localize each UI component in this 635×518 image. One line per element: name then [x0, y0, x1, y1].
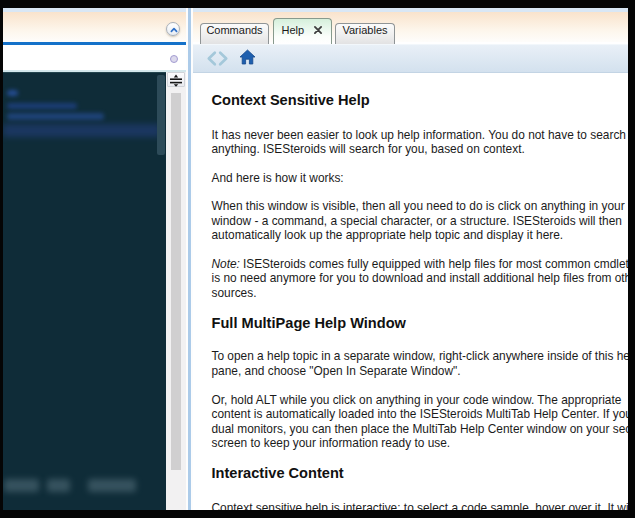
paragraph: When this window is visible, then all yo…: [212, 199, 629, 243]
note-text: ISESteroids comes fully equipped with he…: [243, 257, 628, 271]
pane-splitter[interactable]: [186, 8, 193, 510]
paragraph-line: To open a help topic in a separate windo…: [212, 349, 629, 364]
console-blurred-text: [7, 103, 77, 109]
heading-block: Context Sensitive Help: [212, 92, 629, 109]
paragraph: It has never been easier to look up help…: [212, 128, 629, 157]
note-paragraph: Note:ISESteroids comes fully equipped wi…: [212, 257, 629, 301]
paragraph-line: anything. ISESteroids will search for yo…: [212, 142, 629, 157]
console-blurred-text: [4, 479, 39, 492]
note-label: Note:: [212, 257, 240, 271]
help-toolbar: [193, 44, 628, 74]
paragraph: And here is how it works:: [212, 171, 629, 186]
addon-bar: [3, 45, 186, 71]
paragraph-line: automatically look up the appropriate he…: [212, 228, 629, 243]
paragraph-line: And here is how it works:: [212, 171, 629, 186]
ring-badge-icon[interactable]: [170, 55, 178, 63]
close-x-icon: [313, 25, 324, 36]
console-blurred-text: [3, 124, 161, 137]
left-scrollbar[interactable]: [166, 72, 186, 510]
help-content[interactable]: Context Sensitive Help It has never been…: [193, 73, 628, 510]
tab-close-button[interactable]: [313, 25, 324, 36]
paragraph-line: Note:ISESteroids comes fully equipped wi…: [212, 257, 629, 272]
paragraph-line: window - a command, a special character,…: [212, 214, 629, 229]
heading-block: Full MultiPage Help Window: [212, 315, 629, 332]
pane-splitter-line: [188, 8, 191, 510]
paragraph-line: sources.: [212, 286, 629, 301]
paragraph-line: When this window is visible, then all yo…: [212, 199, 629, 214]
paragraph-line: content is automatically loaded into the…: [212, 407, 629, 422]
paragraph: To open a help topic in a separate windo…: [212, 349, 629, 378]
tab-bar: Commands Help Variables: [193, 8, 628, 44]
tab-commands-label: Commands: [206, 24, 262, 36]
console-top-edge: [3, 72, 166, 73]
paragraph: Context sensitive help is interactive: t…: [212, 501, 629, 510]
section-heading: Full MultiPage Help Window: [212, 315, 629, 332]
paragraph-line: Or, hold ALT while you click on anything…: [212, 393, 629, 408]
tab-variables[interactable]: Variables: [335, 23, 395, 44]
tab-help[interactable]: Help: [273, 18, 332, 44]
home-button[interactable]: [239, 49, 256, 66]
left-scrollbar-thumb[interactable]: [171, 93, 181, 470]
tab-commands[interactable]: Commands: [200, 23, 269, 44]
console-blurred-text: [7, 113, 104, 120]
collapse-toolbar-button[interactable]: [166, 22, 180, 36]
paragraph-line: dual monitors, you can then place the Mu…: [212, 422, 629, 437]
help-pane: Commands Help Variables: [193, 8, 628, 510]
paragraph-line: It has never been easier to look up help…: [212, 128, 629, 143]
paragraph-line: screen to keep your information ready to…: [212, 436, 629, 451]
chevron-up-circle-icon: [168, 24, 180, 36]
console-blurred-text: [47, 479, 70, 492]
paragraph-line: pane, and choose "Open In Separate Windo…: [212, 364, 629, 379]
chevron-right-icon: [217, 50, 230, 67]
paragraph-line: is no need anymore for you to download a…: [212, 271, 629, 286]
section-heading: Context Sensitive Help: [212, 92, 629, 109]
tab-help-label: Help: [281, 24, 304, 36]
splitter-button[interactable]: [167, 72, 185, 87]
section-heading: Interactive Content: [212, 465, 629, 482]
horizontal-splitter-icon: [168, 74, 184, 87]
home-icon: [239, 49, 256, 66]
heading-block: Interactive Content: [212, 465, 629, 482]
forward-button[interactable]: [217, 50, 230, 67]
console-blurred-text: [88, 479, 136, 492]
screenshot-root: Commands Help Variables: [0, 0, 635, 518]
console-blurred-text: [7, 90, 18, 96]
paragraph: Or, hold ALT while you click on anything…: [212, 393, 629, 451]
console-pane[interactable]: [3, 72, 166, 510]
ise-window: Commands Help Variables: [3, 8, 628, 510]
tab-variables-label: Variables: [342, 24, 387, 36]
console-scrollbar-thumb[interactable]: [157, 75, 165, 155]
paragraph-line: Context sensitive help is interactive: t…: [212, 501, 629, 510]
